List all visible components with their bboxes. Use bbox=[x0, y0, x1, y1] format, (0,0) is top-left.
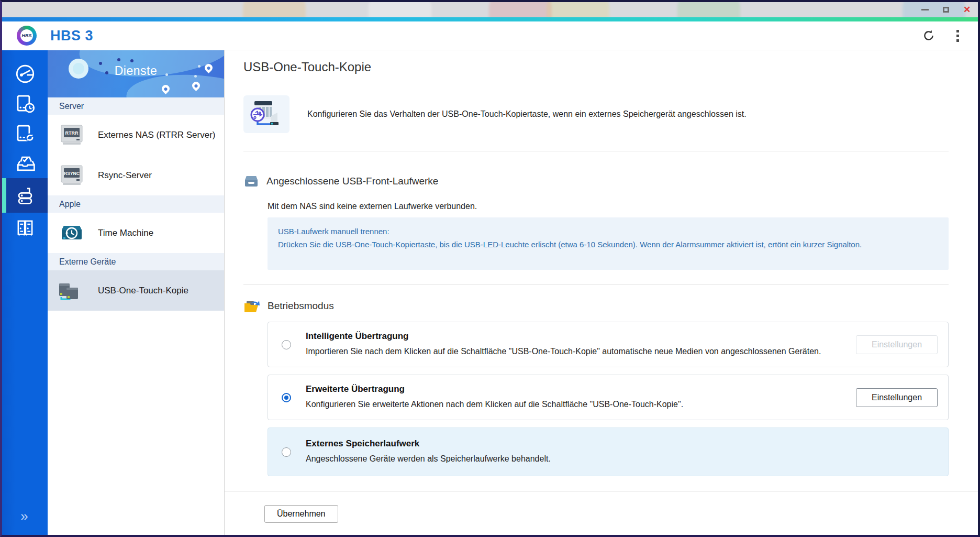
rail-item-reports[interactable] bbox=[2, 213, 48, 243]
rail-item-backup[interactable] bbox=[2, 89, 48, 118]
option-title: Erweiterte Übertragung bbox=[306, 384, 845, 394]
einstellungen-button[interactable]: Einstellungen bbox=[856, 388, 938, 407]
main-panel: USB-One-Touch-Kopie bbox=[225, 50, 978, 535]
mode-section-heading: Betriebsmodus bbox=[243, 299, 949, 313]
infobox-title: USB-Laufwerk manuell trennen: bbox=[278, 225, 938, 238]
radio-unchecked[interactable] bbox=[282, 447, 291, 457]
sidebar-title: Dienste bbox=[48, 64, 224, 78]
infobox-body: Drücken Sie die USB-One-Touch-Kopiertast… bbox=[278, 238, 938, 251]
desktop-icon-ghost bbox=[547, 2, 609, 17]
services-sidebar: Dienste Server RTRR Externes NAS (RTRR S… bbox=[48, 50, 225, 535]
kebab-menu-icon[interactable] bbox=[956, 30, 959, 42]
svg-text:RTRR: RTRR bbox=[65, 130, 79, 136]
usb-drives-section-heading: Angeschlossene USB-Front-Laufwerke bbox=[243, 174, 949, 188]
section-header-externe-geraete: Externe Geräte bbox=[48, 253, 224, 270]
usb-disconnect-infobox: USB-Laufwerk manuell trennen: Drücken Si… bbox=[268, 217, 949, 270]
option-description: Konfigurieren Sie erweiterte Aktionen na… bbox=[306, 398, 845, 411]
close-icon: ✕ bbox=[963, 5, 971, 14]
einstellungen-button-disabled: Einstellungen bbox=[856, 335, 938, 354]
desktop-icon-ghost bbox=[489, 2, 552, 17]
rail-item-restore[interactable] bbox=[2, 148, 48, 178]
os-titlebar: ✕ bbox=[2, 2, 978, 17]
page-description: Konfigurieren Sie das Verhalten der USB-… bbox=[307, 109, 747, 119]
app-header: HBS HBS 3 bbox=[2, 21, 978, 50]
services-icon bbox=[14, 184, 37, 207]
desktop-icon-ghost bbox=[677, 2, 740, 17]
reports-locker-icon bbox=[14, 217, 36, 239]
sidebar-item-label: Externes NAS (RTRR Server) bbox=[98, 130, 216, 140]
radio-unchecked[interactable] bbox=[282, 340, 291, 349]
sidebar-item-externes-nas[interactable]: RTRR Externes NAS (RTRR Server) bbox=[48, 115, 224, 155]
time-machine-icon bbox=[58, 223, 85, 244]
icon-rail: » bbox=[2, 50, 48, 535]
footer-bar: Übernehmen bbox=[225, 491, 978, 535]
close-button[interactable]: ✕ bbox=[960, 4, 974, 16]
desktop-icon-ghost bbox=[369, 2, 431, 17]
sidebar-item-label: Time Machine bbox=[98, 228, 153, 238]
hbs-logo: HBS bbox=[17, 26, 37, 46]
sidebar-item-usb-one-touch-kopie[interactable]: USB-One-Touch-Kopie bbox=[48, 270, 224, 311]
maximize-icon bbox=[943, 7, 949, 13]
app-title: HBS 3 bbox=[50, 28, 93, 44]
mode-options: Intelligente Übertragung Importieren Sie… bbox=[268, 322, 949, 476]
usb-drive-icon bbox=[243, 174, 259, 188]
maximize-button[interactable] bbox=[939, 4, 953, 16]
option-title: Intelligente Übertragung bbox=[306, 331, 845, 342]
radio-checked[interactable] bbox=[282, 393, 291, 402]
divider bbox=[243, 151, 949, 151]
sidebar-collapse-button[interactable]: » bbox=[2, 497, 48, 535]
refresh-icon[interactable] bbox=[922, 29, 936, 42]
svg-text:RSYNC: RSYNC bbox=[64, 171, 80, 176]
gauge-icon bbox=[14, 63, 36, 85]
desktop-icon-ghost bbox=[243, 2, 306, 17]
restore-tray-icon bbox=[14, 152, 37, 175]
rail-item-services[interactable] bbox=[2, 178, 48, 213]
sidebar-item-label: Rsync-Server bbox=[98, 170, 152, 181]
divider bbox=[243, 284, 949, 285]
rail-item-overview[interactable] bbox=[2, 59, 48, 89]
rsync-server-icon: RSYNC bbox=[58, 163, 85, 188]
app-window: ✕ HBS HBS 3 bbox=[0, 0, 980, 537]
rail-item-sync[interactable] bbox=[2, 118, 48, 148]
page-title: USB-One-Touch-Kopie bbox=[243, 60, 949, 74]
sidebar-item-rsync-server[interactable]: RSYNC Rsync-Server bbox=[48, 155, 224, 195]
rtrr-server-icon: RTRR bbox=[58, 123, 85, 147]
usb-one-touch-illustration bbox=[243, 95, 289, 133]
mode-option-intelligente-uebertragung[interactable]: Intelligente Übertragung Importieren Sie… bbox=[268, 322, 949, 367]
section-header-server: Server bbox=[48, 97, 224, 115]
mode-option-externes-speicherlaufwerk[interactable]: Externes Speicherlaufwerk Angeschlossene… bbox=[268, 428, 949, 476]
usb-drives-status: Mit dem NAS sind keine externen Laufwerk… bbox=[268, 202, 949, 211]
usb-copy-icon bbox=[58, 279, 85, 302]
mode-option-erweiterte-uebertragung[interactable]: Erweiterte Übertragung Konfigurieren Sie… bbox=[268, 375, 949, 420]
sidebar-item-time-machine[interactable]: Time Machine bbox=[48, 213, 224, 253]
hbs-logo-text: HBS bbox=[20, 29, 33, 42]
apply-button[interactable]: Übernehmen bbox=[264, 505, 338, 523]
folder-mode-icon bbox=[243, 299, 260, 313]
section-header-apple: Apple bbox=[48, 195, 224, 213]
option-description: Angeschlossene Geräte werden als Speiche… bbox=[306, 452, 855, 465]
sidebar-item-label: USB-One-Touch-Kopie bbox=[98, 286, 188, 296]
sidebar-banner: Dienste bbox=[48, 50, 224, 97]
option-description: Importieren Sie nach dem Klicken auf die… bbox=[306, 345, 845, 358]
minimize-button[interactable] bbox=[918, 4, 932, 16]
minimize-icon bbox=[921, 9, 929, 10]
nas-sync-icon bbox=[14, 123, 36, 145]
brand-gradient-bar bbox=[2, 17, 978, 21]
option-title: Externes Speicherlaufwerk bbox=[306, 439, 938, 449]
nas-backup-icon bbox=[14, 93, 36, 115]
